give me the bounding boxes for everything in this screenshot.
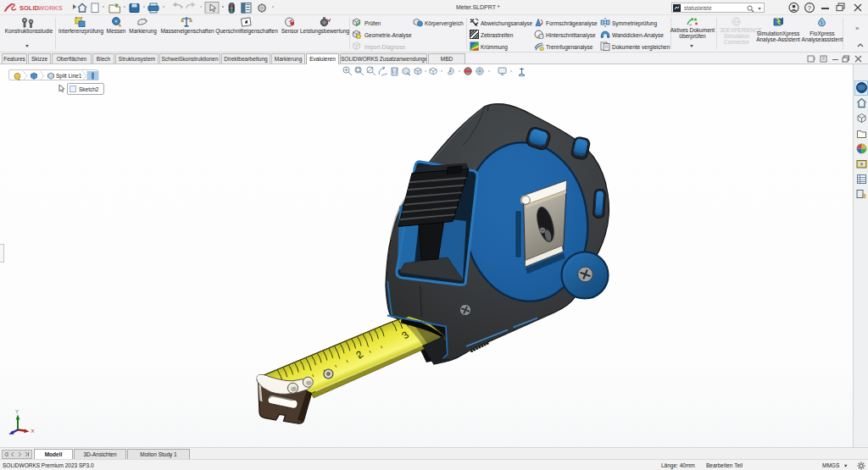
svg-text:SOLID: SOLID xyxy=(19,4,40,12)
svg-text:?: ? xyxy=(808,4,812,12)
svg-text:Split Line1: Split Line1 xyxy=(56,73,82,80)
svg-text:WORKS: WORKS xyxy=(38,4,63,12)
